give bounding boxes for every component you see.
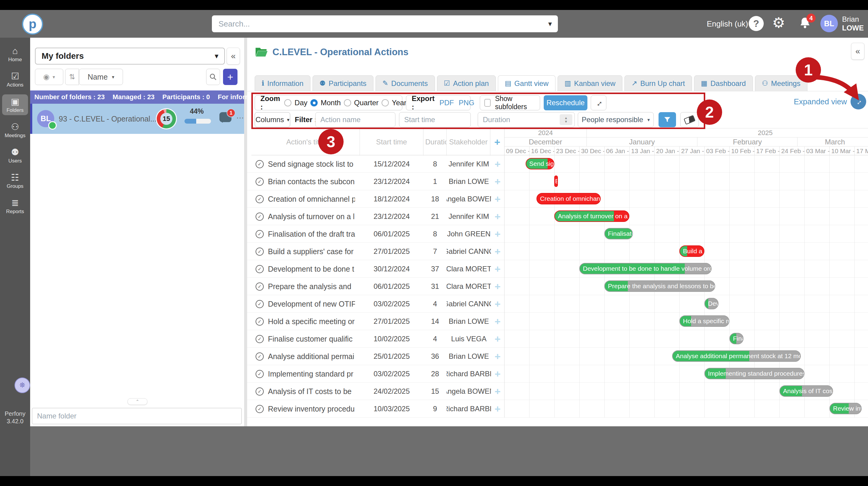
column-header-stakeholder[interactable]: Stakeholder <box>447 128 490 156</box>
timeline-month: February <box>697 138 797 147</box>
row-add-icon[interactable]: + <box>491 225 504 243</box>
table-row[interactable]: ✓Development of new OTIF03/02/20254Gabri… <box>247 295 868 313</box>
table-row[interactable]: ✓Development to be done t30/12/202437Cla… <box>247 260 868 278</box>
row-add-icon[interactable]: + <box>491 190 504 208</box>
check-circle-icon: ✓ <box>255 405 264 413</box>
gantt-bar[interactable]: Analyse additional permanent stock at 12… <box>672 350 801 362</box>
sidebar-item-groups[interactable]: ☷Groups <box>2 170 28 191</box>
collapse-folder-panel-button[interactable]: « <box>227 48 240 64</box>
row-start-cell: 23/12/2024 <box>360 173 424 190</box>
add-folder-button[interactable]: + <box>223 69 238 85</box>
tab-information[interactable]: ℹInformation <box>255 75 310 91</box>
tab-gantt-view[interactable]: ▤Gantt view <box>498 75 555 91</box>
gantt-bar[interactable]: Prepare the analysis and lessons to be l… <box>604 280 715 292</box>
language-selector[interactable]: English (uk) <box>707 19 748 29</box>
timeline-year: 2024 <box>504 128 587 138</box>
gantt-bar[interactable]: Finalise customer qualific <box>730 333 744 344</box>
table-row[interactable]: ✓Send signage stock list to15/12/20248Je… <box>247 155 868 173</box>
perfony-logo-icon[interactable]: p <box>22 13 43 35</box>
action-title: Creation of omnichannel p <box>268 195 355 204</box>
gantt-bar[interactable]: Creation of omnichannel p <box>536 193 601 204</box>
user-avatar[interactable]: BL <box>820 15 838 32</box>
column-header-title[interactable]: Action's title <box>251 128 360 156</box>
collapse-handle[interactable]: ⌃ <box>127 398 147 405</box>
gantt-bar[interactable]: Brian contacts the subcon <box>554 176 558 187</box>
gantt-bar[interactable]: Hold a specific meeting or <box>679 315 730 327</box>
visibility-filter-button[interactable]: ◉ ▾ <box>35 69 63 85</box>
user-name[interactable]: Brian LOWE <box>842 15 864 32</box>
sort-button[interactable]: ⇅ <box>65 69 79 85</box>
row-add-icon[interactable]: + <box>491 313 504 330</box>
folder-more-icon[interactable]: ⋯ <box>236 113 244 122</box>
sidebar-item-reports[interactable]: ≣Reports <box>2 196 28 216</box>
row-add-icon[interactable]: + <box>491 243 504 260</box>
gantt-bar[interactable]: Build a suppliers' case for <box>679 245 704 257</box>
search-caret-icon[interactable]: ▾ <box>548 20 552 28</box>
tab-burn-up-chart[interactable]: ↗Burn Up chart <box>624 75 692 91</box>
tab-kanban-view[interactable]: ▥Kanban view <box>558 75 622 91</box>
row-duration-cell: 37 <box>424 260 447 278</box>
table-row[interactable]: ✓Build a suppliers' case for27/01/20257G… <box>247 243 868 260</box>
row-add-icon[interactable]: + <box>491 347 504 365</box>
table-row[interactable]: ✓Analysis of IT costs to be24/02/202515A… <box>247 383 868 400</box>
sidebar-item-label: Folders <box>7 107 24 113</box>
gantt-bar[interactable]: Development to be done to handle volume … <box>579 263 712 274</box>
row-add-icon[interactable]: + <box>491 155 504 173</box>
gantt-bar[interactable]: Development of new OTIF <box>704 298 718 309</box>
gantt-bar[interactable]: Review inventory procedu <box>830 403 862 414</box>
sidebar-item-home[interactable]: ⌂Home <box>2 44 28 64</box>
row-duration-cell: 14 <box>424 313 447 330</box>
gantt-bar[interactable]: Analysis of turnover on a like <box>554 210 629 222</box>
sidebar-item-actions[interactable]: ☑Actions <box>2 69 28 90</box>
gantt-bar[interactable]: Send signage stock list to <box>526 158 554 170</box>
row-add-icon[interactable]: + <box>491 400 504 418</box>
row-add-icon[interactable]: + <box>491 383 504 400</box>
sidebar-item-folders[interactable]: ▣Folders <box>2 94 28 115</box>
column-header-duration[interactable]: Duration <box>424 128 447 156</box>
gantt-bar[interactable]: Finalisation of the draft tra <box>604 228 633 239</box>
row-stakeholder-cell: Jennifer KIM <box>447 155 491 173</box>
row-add-icon[interactable]: + <box>491 278 504 295</box>
collapse-main-button[interactable]: « <box>851 43 864 60</box>
row-add-icon[interactable]: + <box>491 330 504 347</box>
sidebar-item-meetings[interactable]: ⚇Meetings <box>2 120 28 141</box>
tab-documents[interactable]: ✎Documents <box>375 75 435 91</box>
table-row[interactable]: ✓Hold a specific meeting or27/01/202514B… <box>247 313 868 330</box>
row-stakeholder-cell: Jennifer KIM <box>447 208 491 225</box>
check-circle-icon: ✓ <box>255 160 264 168</box>
annotation-badge-3: 3 <box>318 129 344 154</box>
gantt-bar[interactable]: Implementing standard procedures in <box>704 368 804 379</box>
table-row[interactable]: ✓Finalisation of the draft tra06/01/2025… <box>247 225 868 243</box>
gear-icon[interactable]: ⚙ <box>772 14 785 31</box>
row-add-icon[interactable]: + <box>491 173 504 190</box>
row-add-icon[interactable]: + <box>491 208 504 225</box>
row-add-icon[interactable]: + <box>491 260 504 278</box>
sort-field-select[interactable]: Name ▾ <box>79 69 123 85</box>
search-folders-button[interactable] <box>206 69 220 85</box>
table-row[interactable]: ✓Prepare the analysis and06/01/202531Cla… <box>247 278 868 295</box>
row-add-icon[interactable]: + <box>491 365 504 383</box>
sidebar-item-users[interactable]: ⚉Users <box>2 145 28 166</box>
add-column-icon[interactable]: + <box>490 128 504 156</box>
tab-dashboard[interactable]: ▦Dashboard <box>694 75 753 91</box>
check-circle-icon: ✓ <box>255 335 264 343</box>
table-row[interactable]: ✓Review inventory procedu10/03/20259Rich… <box>247 400 868 418</box>
gantt-bar[interactable]: Analysis of IT costs <box>779 385 833 397</box>
folder-list-item[interactable]: BL 93 - C.LEVEL - Operational... 15 44% … <box>30 104 244 134</box>
actions-donut-chart: 15 <box>157 109 176 128</box>
assistant-icon[interactable]: ❊ <box>14 377 30 393</box>
search-input[interactable] <box>212 16 558 32</box>
folder-scope-select[interactable]: My folders ▾ <box>35 48 225 64</box>
row-add-icon[interactable]: + <box>491 295 504 313</box>
dashboard-icon: ▦ <box>701 79 708 87</box>
help-icon[interactable]: ? <box>749 16 764 31</box>
row-title-cell: ✓Brian contacts the subcon <box>255 173 355 190</box>
column-header-start[interactable]: Start time <box>360 128 424 156</box>
row-duration-cell: 8 <box>424 155 447 173</box>
row-start-cell: 15/12/2024 <box>360 155 424 173</box>
name-folder-input[interactable] <box>32 408 242 424</box>
table-row[interactable]: ✓Finalise customer qualific10/02/20254Lu… <box>247 330 868 347</box>
tab-participants[interactable]: ⚉Participants <box>313 75 373 91</box>
tab-action-plan[interactable]: ☑Action plan <box>437 75 496 91</box>
tab-label: Action plan <box>453 79 489 88</box>
